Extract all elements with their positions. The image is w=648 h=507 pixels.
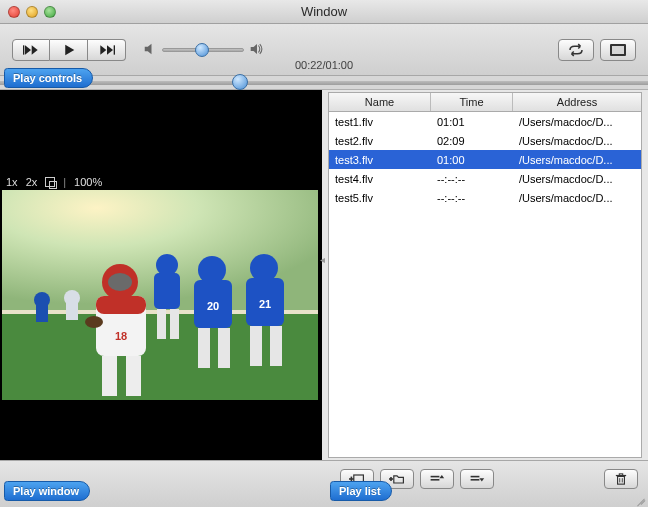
- svg-text:20: 20: [207, 300, 219, 312]
- prev-button[interactable]: [12, 39, 50, 61]
- svg-point-23: [250, 254, 278, 282]
- svg-rect-22: [218, 328, 230, 368]
- svg-text:21: 21: [259, 298, 271, 310]
- table-body: test1.flv01:01/Users/macdoc/D...test2.fl…: [329, 112, 641, 457]
- table-row[interactable]: test4.flv--:--:--/Users/macdoc/D...: [329, 169, 641, 188]
- play-button[interactable]: [50, 39, 88, 61]
- svg-rect-6: [113, 45, 114, 54]
- col-time[interactable]: Time: [431, 93, 513, 111]
- svg-rect-35: [96, 296, 146, 314]
- play-icon: [61, 44, 77, 56]
- play-controls-label: Play controls: [4, 68, 93, 88]
- svg-rect-29: [154, 273, 180, 309]
- svg-rect-30: [157, 309, 166, 339]
- svg-marker-2: [32, 45, 38, 54]
- resize-handle[interactable]: [634, 493, 646, 505]
- svg-rect-53: [619, 474, 622, 476]
- titlebar: Window: [0, 0, 648, 24]
- transport-controls: [12, 39, 126, 61]
- table-row[interactable]: test2.flv02:09/Users/macdoc/D...: [329, 131, 641, 150]
- video-panel: 1x 2x | 100%: [0, 90, 322, 460]
- expand-icon[interactable]: [45, 177, 55, 187]
- loop-icon: [567, 43, 585, 57]
- cell-name: test4.flv: [329, 171, 431, 187]
- speaker-low-icon: [144, 43, 156, 57]
- svg-marker-3: [65, 44, 74, 55]
- cell-name: test5.flv: [329, 190, 431, 206]
- move-down-button[interactable]: [460, 469, 494, 489]
- svg-rect-10: [612, 46, 624, 54]
- svg-marker-8: [251, 44, 257, 54]
- svg-rect-15: [36, 304, 48, 322]
- prev-icon: [23, 44, 39, 56]
- playlist-table: Name Time Address test1.flv01:01/Users/m…: [328, 92, 642, 458]
- video-content: 20 21: [2, 190, 318, 400]
- table-header: Name Time Address: [329, 93, 641, 112]
- zoom-level: 100%: [74, 176, 102, 188]
- svg-rect-0: [23, 45, 24, 54]
- main-area: 1x 2x | 100%: [0, 90, 648, 460]
- scrubber[interactable]: [0, 76, 648, 90]
- cell-time: 01:01: [431, 114, 513, 130]
- svg-marker-4: [100, 45, 106, 54]
- speed-1x[interactable]: 1x: [6, 176, 18, 188]
- cell-address: /Users/macdoc/D...: [513, 171, 641, 187]
- cell-time: --:--:--: [431, 171, 513, 187]
- cell-name: test2.flv: [329, 133, 431, 149]
- next-button[interactable]: [88, 39, 126, 61]
- toolbar-right: [558, 39, 636, 61]
- table-row[interactable]: test3.flv01:00/Users/macdoc/D...: [329, 150, 641, 169]
- volume-control: [144, 43, 264, 57]
- table-row[interactable]: test1.flv01:01/Users/macdoc/D...: [329, 112, 641, 131]
- svg-rect-37: [102, 356, 117, 396]
- table-row[interactable]: test5.flv--:--:--/Users/macdoc/D...: [329, 188, 641, 207]
- cell-time: 01:00: [431, 152, 513, 168]
- svg-point-18: [198, 256, 226, 284]
- fullscreen-button[interactable]: [600, 39, 636, 61]
- cell-name: test1.flv: [329, 114, 431, 130]
- window-title: Window: [0, 4, 648, 19]
- loop-button[interactable]: [558, 39, 594, 61]
- time-display: 00:22/01:00: [295, 59, 353, 71]
- svg-rect-21: [198, 328, 210, 368]
- svg-marker-1: [25, 45, 31, 54]
- svg-rect-38: [126, 356, 141, 396]
- cell-address: /Users/macdoc/D...: [513, 190, 641, 206]
- scrub-track: [0, 81, 648, 85]
- svg-marker-47: [439, 475, 444, 478]
- col-name[interactable]: Name: [329, 93, 431, 111]
- svg-text:18: 18: [115, 330, 127, 342]
- move-up-button[interactable]: [420, 469, 454, 489]
- add-folder-icon: [389, 473, 405, 485]
- cell-name: test3.flv: [329, 152, 431, 168]
- play-window-label: Play window: [4, 481, 90, 501]
- cell-time: 02:09: [431, 133, 513, 149]
- cell-time: --:--:--: [431, 190, 513, 206]
- col-address[interactable]: Address: [513, 93, 641, 111]
- cell-address: /Users/macdoc/D...: [513, 152, 641, 168]
- video-frame[interactable]: 20 21: [2, 190, 318, 400]
- svg-point-28: [156, 254, 178, 276]
- volume-knob[interactable]: [195, 43, 209, 57]
- split-handle[interactable]: ◂: [320, 254, 325, 265]
- fullscreen-icon: [610, 44, 626, 56]
- delete-button[interactable]: [604, 469, 638, 489]
- toolbar: 00:22/01:00: [0, 24, 648, 76]
- trash-icon: [613, 473, 629, 485]
- svg-rect-31: [170, 309, 179, 339]
- svg-marker-50: [479, 478, 484, 481]
- cell-address: /Users/macdoc/D...: [513, 114, 641, 130]
- scrub-knob[interactable]: [232, 74, 248, 90]
- svg-rect-51: [618, 476, 625, 484]
- speed-2x[interactable]: 2x: [26, 176, 38, 188]
- cell-address: /Users/macdoc/D...: [513, 133, 641, 149]
- bottom-bar: Play window Play list: [0, 460, 648, 507]
- svg-marker-7: [145, 43, 152, 54]
- speaker-high-icon: [250, 43, 264, 57]
- volume-slider[interactable]: [162, 48, 244, 52]
- svg-point-33: [108, 273, 132, 291]
- svg-point-39: [85, 316, 103, 328]
- overlay-separator: |: [63, 176, 66, 188]
- play-list-label: Play list: [330, 481, 392, 501]
- move-down-icon: [469, 473, 485, 485]
